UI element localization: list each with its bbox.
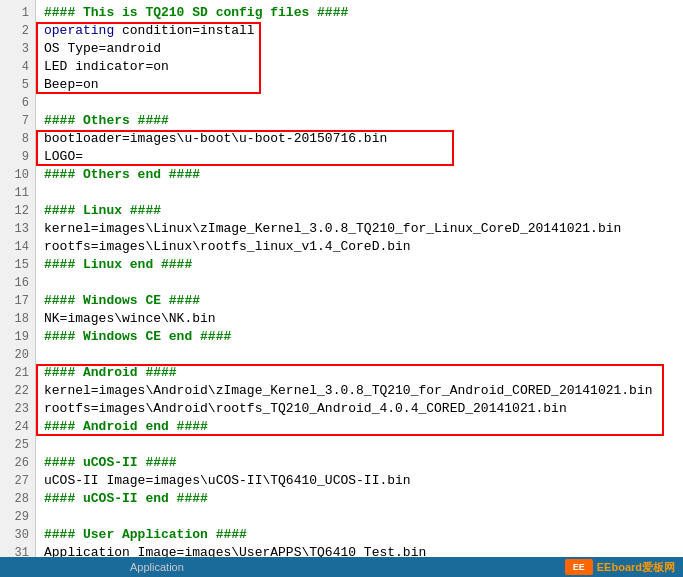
code-line: uCOS-II Image=images\uCOS-II\TQ6410_UCOS…	[44, 472, 675, 490]
line-number: 7	[6, 112, 29, 130]
code-line	[44, 184, 675, 202]
code-line: #### Android end ####	[44, 418, 675, 436]
line-number: 3	[6, 40, 29, 58]
line-number: 5	[6, 76, 29, 94]
code-token-normal: uCOS-II Image=images\uCOS-II\TQ6410_UCOS…	[44, 473, 411, 488]
line-number: 24	[6, 418, 29, 436]
line-number: 26	[6, 454, 29, 472]
code-token-normal: LED indicator=on	[44, 59, 169, 74]
code-line: #### User Application ####	[44, 526, 675, 544]
line-number: 19	[6, 328, 29, 346]
code-token-normal: condition=install	[114, 23, 254, 38]
code-container: 1234567891011121314151617181920212223242…	[0, 0, 683, 557]
code-line: bootloader=images\u-boot\u-boot-20150716…	[44, 130, 675, 148]
code-content[interactable]: #### This is TQ210 SD config files ####o…	[36, 0, 683, 557]
line-number: 17	[6, 292, 29, 310]
code-line: #### uCOS-II end ####	[44, 490, 675, 508]
code-token-normal: bootloader=images\u-boot\u-boot-20150716…	[44, 131, 387, 146]
code-token-comment: #### Windows CE end ####	[44, 329, 231, 344]
code-line: #### Others end ####	[44, 166, 675, 184]
code-line: #### Windows CE ####	[44, 292, 675, 310]
line-number: 27	[6, 472, 29, 490]
code-token-comment: #### Linux ####	[44, 203, 161, 218]
code-token-key: operating	[44, 23, 114, 38]
code-token-comment: #### Others ####	[44, 113, 169, 128]
code-token-normal: rootfs=images\Linux\rootfs_linux_v1.4_Co…	[44, 239, 411, 254]
code-token-comment: #### Linux end ####	[44, 257, 192, 272]
code-line: #### Windows CE end ####	[44, 328, 675, 346]
code-line	[44, 94, 675, 112]
code-token-comment: #### uCOS-II ####	[44, 455, 177, 470]
line-number: 25	[6, 436, 29, 454]
code-line: NK=images\wince\NK.bin	[44, 310, 675, 328]
line-number: 6	[6, 94, 29, 112]
code-token-comment: #### Others end ####	[44, 167, 200, 182]
code-token-normal: Application Image=images\UserAPPS\TQ6410…	[44, 545, 426, 557]
code-token-normal: kernel=images\Linux\zImage_Kernel_3.0.8_…	[44, 221, 621, 236]
line-number: 4	[6, 58, 29, 76]
footer-app-text: Application	[130, 561, 184, 573]
line-number: 15	[6, 256, 29, 274]
footer-brand-text: EEboard爱板网	[597, 560, 675, 575]
code-line: rootfs=images\Linux\rootfs_linux_v1.4_Co…	[44, 238, 675, 256]
line-number: 16	[6, 274, 29, 292]
footer-logo: EE EEboard爱板网	[565, 559, 675, 575]
line-number: 10	[6, 166, 29, 184]
line-numbers: 1234567891011121314151617181920212223242…	[0, 0, 36, 557]
code-line: #### This is TQ210 SD config files ####	[44, 4, 675, 22]
code-line: #### uCOS-II ####	[44, 454, 675, 472]
code-line: LED indicator=on	[44, 58, 675, 76]
code-token-normal: NK=images\wince\NK.bin	[44, 311, 216, 326]
code-line: LOGO=	[44, 148, 675, 166]
line-number: 8	[6, 130, 29, 148]
code-line	[44, 436, 675, 454]
code-line: #### Android ####	[44, 364, 675, 382]
line-number: 9	[6, 148, 29, 166]
line-number: 12	[6, 202, 29, 220]
line-number: 22	[6, 382, 29, 400]
code-line: #### Linux end ####	[44, 256, 675, 274]
code-token-normal: Beep=on	[44, 77, 99, 92]
line-number: 20	[6, 346, 29, 364]
line-number: 29	[6, 508, 29, 526]
code-line	[44, 508, 675, 526]
line-number: 18	[6, 310, 29, 328]
code-line: Application Image=images\UserAPPS\TQ6410…	[44, 544, 675, 557]
code-token-normal: LOGO=	[44, 149, 83, 164]
line-number: 23	[6, 400, 29, 418]
line-number: 2	[6, 22, 29, 40]
line-number: 31	[6, 544, 29, 557]
code-token-comment: #### User Application ####	[44, 527, 247, 542]
code-line: kernel=images\Android\zImage_Kernel_3.0.…	[44, 382, 675, 400]
line-number: 13	[6, 220, 29, 238]
line-number: 30	[6, 526, 29, 544]
code-line: Beep=on	[44, 76, 675, 94]
code-line: rootfs=images\Android\rootfs_TQ210_Andro…	[44, 400, 675, 418]
code-token-comment: #### Windows CE ####	[44, 293, 200, 308]
code-token-normal: kernel=images\Android\zImage_Kernel_3.0.…	[44, 383, 653, 398]
code-token-normal: OS Type=android	[44, 41, 161, 56]
code-line: #### Linux ####	[44, 202, 675, 220]
code-line: kernel=images\Linux\zImage_Kernel_3.0.8_…	[44, 220, 675, 238]
footer-bar: Application EE EEboard爱板网	[0, 557, 683, 577]
line-number: 28	[6, 490, 29, 508]
line-number: 1	[6, 4, 29, 22]
line-number: 21	[6, 364, 29, 382]
code-line: operating condition=install	[44, 22, 675, 40]
code-line: #### Others ####	[44, 112, 675, 130]
code-token-comment: #### uCOS-II end ####	[44, 491, 208, 506]
code-line	[44, 346, 675, 364]
code-token-comment: #### Android end ####	[44, 419, 208, 434]
code-token-normal: rootfs=images\Android\rootfs_TQ210_Andro…	[44, 401, 567, 416]
line-number: 11	[6, 184, 29, 202]
line-number: 14	[6, 238, 29, 256]
code-token-comment: #### This is TQ210 SD config files ####	[44, 5, 348, 20]
code-line: OS Type=android	[44, 40, 675, 58]
code-line	[44, 274, 675, 292]
code-token-comment: #### Android ####	[44, 365, 177, 380]
ee-icon: EE	[565, 559, 593, 575]
